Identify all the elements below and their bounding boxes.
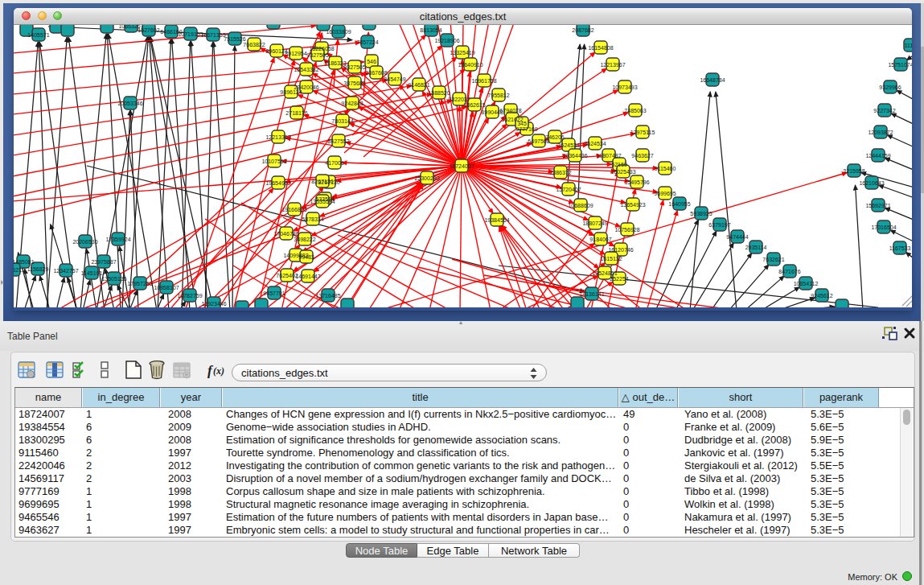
svg-text:1167533: 1167533 xyxy=(889,245,911,251)
svg-text:8454749: 8454749 xyxy=(384,76,405,82)
svg-text:19218906: 19218906 xyxy=(434,38,459,43)
svg-text:1405571: 1405571 xyxy=(27,32,49,38)
svg-text:10719155: 10719155 xyxy=(178,31,203,37)
svg-text:6379197: 6379197 xyxy=(708,222,730,228)
svg-text:1527602: 1527602 xyxy=(138,27,159,33)
svg-text:3624534: 3624534 xyxy=(584,141,606,146)
svg-text:17957253: 17957253 xyxy=(127,281,152,286)
svg-text:3875685: 3875685 xyxy=(343,80,365,86)
svg-text:13325419: 13325419 xyxy=(450,50,474,56)
svg-text:9227342: 9227342 xyxy=(873,108,895,113)
svg-text:1485081: 1485081 xyxy=(14,259,35,265)
svg-text:345: 345 xyxy=(517,121,527,126)
svg-text:8471676: 8471676 xyxy=(778,269,800,274)
svg-text:17046786: 17046786 xyxy=(273,231,298,237)
svg-text:9245612: 9245612 xyxy=(811,293,832,299)
svg-text:1640955: 1640955 xyxy=(668,201,690,207)
svg-text:12093872: 12093872 xyxy=(868,130,893,135)
svg-text:9329966: 9329966 xyxy=(879,84,901,90)
svg-text:10756928: 10756928 xyxy=(614,227,639,233)
svg-text:16671355: 16671355 xyxy=(200,32,225,38)
svg-text:15692971: 15692971 xyxy=(865,203,890,208)
svg-text:9115460: 9115460 xyxy=(655,166,676,171)
svg-text:(x): (x) xyxy=(213,365,224,377)
svg-text:16154808: 16154808 xyxy=(588,45,613,51)
svg-text:9474444: 9474444 xyxy=(726,234,748,240)
svg-text:13505135: 13505135 xyxy=(101,276,126,282)
svg-text:17359924: 17359924 xyxy=(105,237,130,242)
svg-text:14691447: 14691447 xyxy=(295,274,320,279)
svg-text:7386372: 7386372 xyxy=(549,170,571,175)
svg-text:7632621: 7632621 xyxy=(762,257,784,262)
svg-text:8427552: 8427552 xyxy=(327,138,349,144)
svg-text:1156829: 1156829 xyxy=(27,266,49,272)
svg-text:1112: 1112 xyxy=(905,43,912,48)
svg-text:10654112: 10654112 xyxy=(794,281,819,286)
svg-text:15751074: 15751074 xyxy=(888,62,912,68)
svg-text:9242848: 9242848 xyxy=(341,101,363,106)
svg-text:23420046: 23420046 xyxy=(294,84,318,90)
svg-text:3624534: 3624534 xyxy=(557,142,579,148)
svg-text:18640910: 18640910 xyxy=(458,62,483,68)
svg-text:99483: 99483 xyxy=(298,254,314,260)
svg-text:15495796: 15495796 xyxy=(624,179,649,185)
svg-text:3498222: 3498222 xyxy=(294,237,315,242)
svg-text:8267130: 8267130 xyxy=(311,179,333,184)
svg-text:2935114: 2935114 xyxy=(745,245,767,250)
svg-text:13654923: 13654923 xyxy=(620,202,645,208)
svg-text:9184067: 9184067 xyxy=(589,237,611,242)
svg-text:23975887: 23975887 xyxy=(91,259,116,265)
svg-text:19384554: 19384554 xyxy=(484,217,509,223)
svg-text:9327505: 9327505 xyxy=(343,64,365,70)
svg-text:19654982: 19654982 xyxy=(265,180,290,186)
svg-text:10688609: 10688609 xyxy=(568,203,593,208)
svg-text:5878334: 5878334 xyxy=(302,216,323,222)
svg-text:1615132: 1615132 xyxy=(600,256,622,262)
svg-text:12213967: 12213967 xyxy=(600,62,625,68)
svg-text:20053346: 20053346 xyxy=(117,101,142,106)
svg-text:9146821: 9146821 xyxy=(408,82,429,88)
svg-text:16543382: 16543382 xyxy=(294,67,318,72)
svg-text:9699695: 9699695 xyxy=(654,191,676,196)
svg-text:12975115: 12975115 xyxy=(630,130,655,135)
svg-text:10107553: 10107553 xyxy=(261,159,286,164)
svg-text:8813054: 8813054 xyxy=(420,27,441,33)
svg-text:13524851: 13524851 xyxy=(592,270,617,276)
svg-text:2718176: 2718176 xyxy=(285,110,307,116)
svg-text:7485063: 7485063 xyxy=(624,108,646,113)
svg-text:17016504: 17016504 xyxy=(871,225,896,230)
svg-text:13716485: 13716485 xyxy=(315,293,340,299)
svg-text:15226058: 15226058 xyxy=(309,46,334,51)
svg-text:18807249: 18807249 xyxy=(582,220,607,226)
svg-text:2367608: 2367608 xyxy=(365,70,387,76)
svg-text:16210643: 16210643 xyxy=(859,180,884,186)
svg-text:16120746: 16120746 xyxy=(608,247,633,253)
svg-text:62160: 62160 xyxy=(611,162,627,167)
svg-text:5938925: 5938925 xyxy=(690,211,712,216)
svg-text:3915211: 3915211 xyxy=(14,267,24,273)
svg-text:8912954: 8912954 xyxy=(285,51,306,56)
svg-text:18724007: 18724007 xyxy=(449,163,474,169)
svg-text:6794078: 6794078 xyxy=(499,108,521,113)
svg-text:19166825: 19166825 xyxy=(281,207,306,212)
svg-text:20206530: 20206530 xyxy=(72,239,97,245)
svg-text:3215958: 3215958 xyxy=(843,168,864,174)
svg-text:10782759: 10782759 xyxy=(177,293,202,299)
svg-text:7663822: 7663822 xyxy=(243,42,265,47)
svg-text:16648784: 16648784 xyxy=(700,77,725,83)
svg-text:7955812: 7955812 xyxy=(487,93,509,98)
svg-text:1362615: 1362615 xyxy=(463,102,485,108)
svg-text:16033809: 16033809 xyxy=(326,29,351,35)
svg-text:12923446: 12923446 xyxy=(201,301,226,307)
svg-text:10807487: 10807487 xyxy=(596,153,621,159)
svg-text:9463627: 9463627 xyxy=(631,153,653,159)
svg-text:7857224: 7857224 xyxy=(356,39,378,45)
svg-text:7803144: 7803144 xyxy=(331,118,353,124)
svg-text:9327505: 9327505 xyxy=(306,52,328,58)
svg-text:546: 546 xyxy=(367,59,376,64)
svg-text:10973493: 10973493 xyxy=(612,84,637,90)
svg-text:417006: 417006 xyxy=(325,160,343,166)
svg-text:9457791: 9457791 xyxy=(263,290,285,296)
svg-text:1588520: 1588520 xyxy=(428,90,450,96)
svg-text:14136141: 14136141 xyxy=(579,291,604,297)
